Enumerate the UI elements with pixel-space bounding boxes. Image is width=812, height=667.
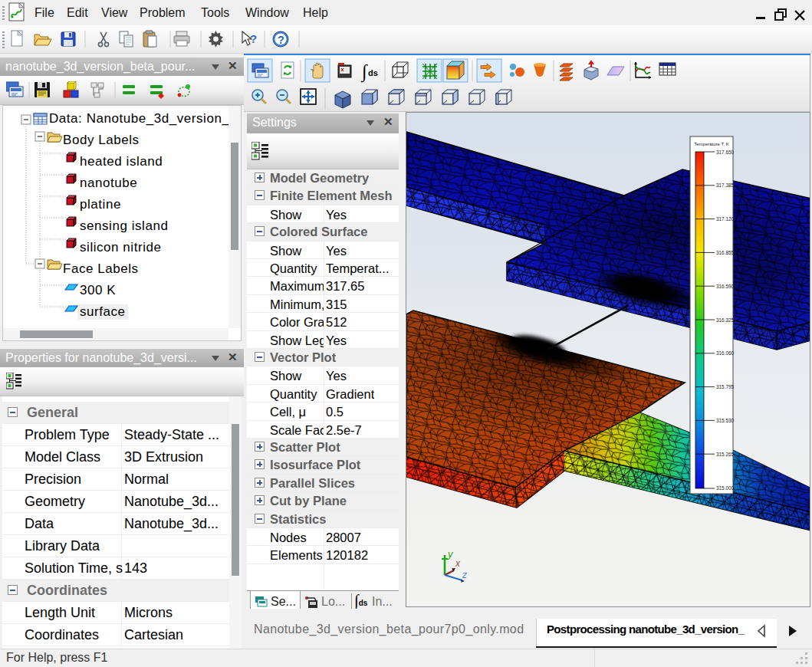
svg-text:ds: ds <box>368 68 378 77</box>
svg-text:?: ? <box>250 32 257 45</box>
svg-text:316.855: 316.855 <box>716 250 735 255</box>
svg-text:∫: ∫ <box>360 61 368 83</box>
svg-text:316.325: 316.325 <box>716 317 735 323</box>
svg-text:?: ? <box>278 34 284 46</box>
svg-text:315.530: 315.530 <box>716 418 735 423</box>
svg-text:315.795: 315.795 <box>716 384 735 389</box>
svg-text:316.590: 316.590 <box>716 284 735 289</box>
svg-text:x: x <box>455 558 461 569</box>
svg-text:317.650: 317.650 <box>716 150 735 155</box>
svg-text:315.000: 315.000 <box>716 485 735 491</box>
svg-text:316.060: 316.060 <box>716 350 735 356</box>
svg-text:z: z <box>462 570 467 580</box>
svg-text:315.265: 315.265 <box>716 452 735 457</box>
svg-text:Temperature T, K: Temperature T, K <box>694 142 729 146</box>
svg-text:317.385: 317.385 <box>716 182 735 188</box>
svg-text:317.120: 317.120 <box>716 216 735 222</box>
